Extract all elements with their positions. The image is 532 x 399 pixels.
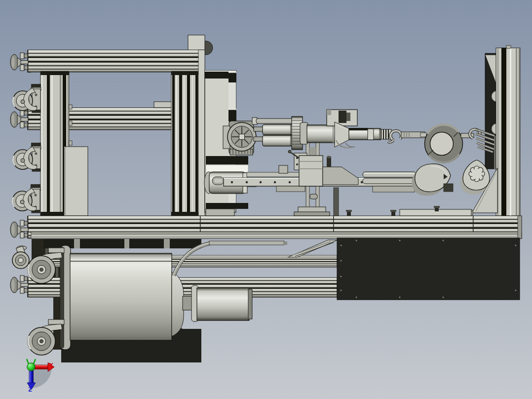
gearbox-cylinder[interactable] [191, 285, 252, 321]
triad-x-label: X [49, 361, 53, 369]
frame-right-posts[interactable] [171, 50, 205, 216]
drive-shaft[interactable] [349, 128, 391, 140]
triad-origin[interactable] [27, 363, 35, 371]
upper-block[interactable] [327, 110, 357, 126]
machine-assembly-svg[interactable]: X Z [0, 0, 532, 399]
black-equipment-box[interactable] [337, 238, 520, 300]
pneumatic-cylinders[interactable] [263, 124, 295, 146]
frame-bottom-beam[interactable] [27, 216, 522, 239]
frame-right-column[interactable] [496, 45, 520, 216]
side-panel[interactable] [64, 147, 88, 216]
cad-viewport[interactable]: X Z [0, 0, 532, 399]
test-ring[interactable] [425, 124, 463, 162]
turnbuckle[interactable] [401, 132, 426, 138]
triad-z-label: Z [28, 386, 32, 393]
spindle-chuck[interactable] [228, 122, 256, 151]
